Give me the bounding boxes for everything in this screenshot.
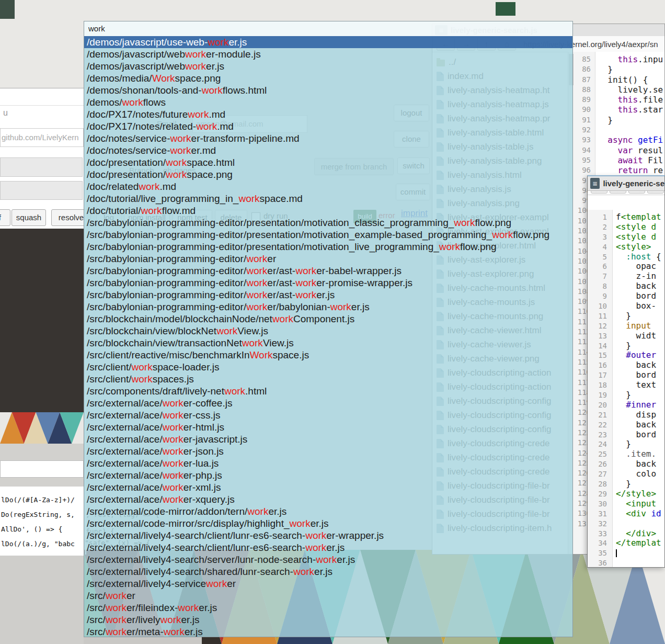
front-code-editor[interactable]: 1234567891011121314151617181920212223242… xyxy=(588,210,664,567)
code-line: Do(regExString, s, xyxy=(1,511,75,518)
result-row[interactable]: /src/external/lively4-search/server/lunr… xyxy=(84,553,572,566)
code-line: await Fil xyxy=(598,155,663,165)
code-line: bord xyxy=(616,370,661,380)
code-line: var resul xyxy=(598,145,663,155)
code-line: </style> xyxy=(616,489,661,499)
terminal-panel xyxy=(0,229,84,412)
search-row xyxy=(84,21,572,37)
result-row[interactable]: /doc/tutorial/workflow.md xyxy=(84,205,572,217)
result-row[interactable]: /src/external/code-mirror/addon/tern/wor… xyxy=(84,505,572,517)
result-row[interactable]: /src/external/ace/worker-xml.js xyxy=(84,481,572,493)
result-row[interactable]: /src/client/workspace-loader.js xyxy=(84,361,572,373)
result-row[interactable]: /src/external/lively4-search/client/lunr… xyxy=(84,541,572,553)
result-row[interactable]: /src/blockchain/view/blockNetworkView.js xyxy=(84,325,572,337)
left-white-bar[interactable] xyxy=(0,460,84,478)
result-row[interactable]: /doc/presentation/workspace.png xyxy=(84,168,572,180)
result-row[interactable]: /src/babylonian-programming-editor/worke… xyxy=(84,253,572,265)
code-line: } xyxy=(616,479,661,489)
code-line: bord xyxy=(616,291,661,301)
code-line: .item. xyxy=(616,449,661,459)
result-row[interactable]: /src/external/ace/worker-xquery.js xyxy=(84,493,572,505)
result-row[interactable]: /src/components/draft/lively-network.htm… xyxy=(84,385,572,397)
result-row[interactable]: /src/babylonian-programming-editor/worke… xyxy=(84,301,572,313)
left-grey-panel xyxy=(0,444,84,487)
code-line: colo xyxy=(616,469,661,479)
code-area[interactable]: f<templat<style d<style d<style> :host {… xyxy=(613,210,661,567)
result-row[interactable]: /src/external/ace/worker-lua.js xyxy=(84,457,572,469)
result-row[interactable]: /doc/PX17/notes/futurework.md xyxy=(84,108,572,120)
result-row[interactable]: /src/external/ace/worker-json.js xyxy=(84,445,572,457)
result-row[interactable]: /src/worker/fileindex-worker.js xyxy=(84,602,572,614)
left-bottom-panel xyxy=(0,556,84,644)
result-row[interactable]: /src/external/ace/worker-html.js xyxy=(84,421,572,433)
result-row[interactable]: /demos/javascript/webworker.js xyxy=(84,60,572,72)
code-line: <style d xyxy=(616,222,661,232)
input-bar[interactable] xyxy=(0,157,83,177)
code-line: </templat xyxy=(616,538,661,548)
input-bar[interactable] xyxy=(0,181,83,200)
result-row[interactable]: /demos/javascript/webworker-module.js xyxy=(84,48,572,60)
result-row[interactable]: /src/external/ace/worker-coffee.js xyxy=(84,397,572,409)
result-row[interactable]: /src/babylonian-programming-editor/prese… xyxy=(84,241,572,253)
squash-button[interactable]: squash xyxy=(12,209,46,226)
result-row[interactable]: /src/client/workspaces.js xyxy=(84,373,572,385)
code-line: } xyxy=(616,390,661,400)
result-row[interactable]: /src/babylonian-programming-editor/prese… xyxy=(84,217,572,229)
front-titlebar[interactable]: ≡ lively-generic-search.js xyxy=(588,176,664,191)
desktop: u github.com/LivelyKern ff squash resolv… xyxy=(0,0,665,644)
desktop-dark-square xyxy=(496,2,515,16)
result-row[interactable]: /src/blockchain/view/transactionNetworkV… xyxy=(84,337,572,349)
code-line: #outer xyxy=(616,351,661,360)
result-row[interactable]: /src/blockchain/model/blockchainNode/net… xyxy=(84,313,572,325)
result-row[interactable]: /demos/shonan/tools-and-workflows.html xyxy=(84,84,572,96)
result-row[interactable]: /src/external/lively4-search/shared/lunr… xyxy=(84,566,572,578)
code-line: return re xyxy=(598,165,663,175)
desktop-dark-square xyxy=(0,0,15,19)
code-line: back xyxy=(616,281,661,291)
code-line xyxy=(616,519,661,529)
result-row[interactable]: /doc/notes/service-worker.md xyxy=(84,144,572,156)
result-row[interactable]: /doc/relatedwork.md xyxy=(84,180,572,193)
result-row[interactable]: /src/worker/livelyworker.js xyxy=(84,614,572,626)
bottom-grey-strip xyxy=(84,637,202,644)
result-row[interactable]: /src/external/lively4-search/client/lunr… xyxy=(84,529,572,541)
search-input[interactable] xyxy=(84,21,572,35)
code-line xyxy=(616,548,661,558)
result-row[interactable]: /demos/workflows xyxy=(84,96,572,108)
result-row[interactable]: /src/external/ace/worker-css.js xyxy=(84,409,572,421)
result-row[interactable]: /src/babylonian-programming-editor/worke… xyxy=(84,277,572,289)
result-row[interactable]: /src/external/code-mirror/src/display/hi… xyxy=(84,517,572,529)
result-row[interactable]: /src/worker/meta-worker.js xyxy=(84,626,572,637)
code-line: init() { xyxy=(598,75,663,85)
result-row[interactable]: /src/babylonian-programming-editor/prese… xyxy=(84,229,572,241)
code-line: <div id xyxy=(616,509,661,519)
remote-user-field[interactable]: u xyxy=(3,108,8,118)
code-line: } xyxy=(598,115,663,125)
menu-icon[interactable]: ≡ xyxy=(590,178,600,189)
result-row[interactable]: /src/babylonian-programming-editor/worke… xyxy=(84,289,572,301)
code-line: lively.se xyxy=(598,85,663,95)
code-line: disp xyxy=(616,410,661,420)
text-cursor xyxy=(616,549,617,557)
code-line: back xyxy=(616,459,661,469)
result-row[interactable]: /src/external/ace/worker-php.js xyxy=(84,469,572,481)
wallpaper-left-patch xyxy=(0,412,84,444)
result-row[interactable]: /src/babylonian-programming-editor/worke… xyxy=(84,265,572,277)
repo-url-field[interactable]: github.com/LivelyKern xyxy=(0,128,84,147)
result-row[interactable]: /doc/tutorial/live_programming_in_worksp… xyxy=(84,193,572,205)
front-window-title: lively-generic-search.js xyxy=(603,179,664,188)
result-row[interactable]: /demos/media/Workspace.png xyxy=(84,72,572,84)
code-line: this.star xyxy=(598,105,663,115)
code-line: } xyxy=(616,311,661,321)
result-row[interactable]: /src/client/reactive/misc/benchmarkInWor… xyxy=(84,349,572,361)
result-row[interactable]: /src/worker xyxy=(84,590,572,602)
result-row[interactable]: /doc/PX17/notes/related-work.md xyxy=(84,120,572,132)
result-row[interactable]: /src/external/ace/worker-javascript.js xyxy=(84,433,572,445)
result-row[interactable]: /demos/javascript/use-web-worker.js xyxy=(84,36,572,48)
result-row[interactable]: /src/external/lively4-serviceworker xyxy=(84,578,572,590)
code-line: } xyxy=(598,64,663,74)
result-row[interactable]: /doc/presentation/workspace.html xyxy=(84,156,572,168)
code-line: </div> xyxy=(616,529,661,539)
result-row[interactable]: /doc/notes/service-worker-transform-pipe… xyxy=(84,132,572,144)
ff-button[interactable]: ff xyxy=(0,209,10,226)
